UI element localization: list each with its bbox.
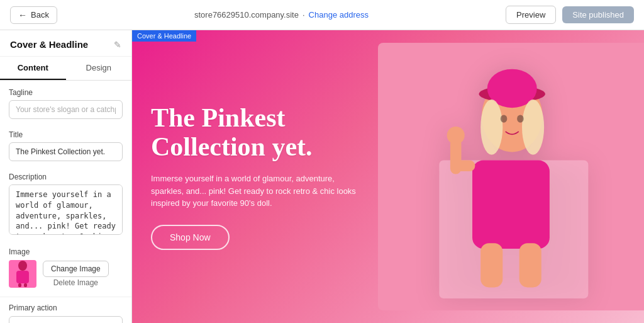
topbar-right: Preview Site published: [506, 6, 634, 24]
preview-person-illustration: [391, 50, 631, 304]
panel-title: Cover & Headline: [10, 39, 88, 50]
svg-point-10: [522, 99, 544, 155]
image-thumbnail: [9, 260, 36, 288]
description-textarea[interactable]: Immerse yourself in a world of glamour, …: [9, 184, 123, 235]
thumbnail-figure-icon: [13, 261, 32, 287]
svg-point-9: [480, 99, 502, 155]
right-preview: Cover & Headline: [132, 30, 644, 323]
image-label: Image: [9, 247, 123, 256]
preview-title: The Pinkest Collection yet.: [151, 103, 366, 161]
image-preview-row: Change Image Delete Image: [9, 260, 123, 288]
preview-description: Immerse yourself in a world of glamour, …: [151, 173, 365, 210]
svg-point-11: [501, 115, 508, 122]
description-section: Description Immerse yourself in a world …: [0, 165, 131, 241]
tagline-label: Tagline: [9, 88, 123, 97]
title-input[interactable]: [9, 142, 123, 161]
tagline-input[interactable]: [9, 100, 123, 119]
image-actions: Change Image Delete Image: [43, 261, 109, 287]
topbar-left: ← Back: [10, 6, 57, 24]
published-button[interactable]: Site published: [562, 6, 634, 23]
svg-rect-1: [16, 271, 29, 283]
title-section: Title: [0, 123, 131, 165]
back-button[interactable]: ← Back: [10, 6, 57, 24]
preview-area: The Pinkest Collection yet. Immerse your…: [132, 30, 644, 323]
title-label: Title: [9, 130, 123, 139]
delete-image-button[interactable]: Delete Image: [43, 278, 109, 287]
left-panel: Cover & Headline ✎ Content Design Taglin…: [0, 30, 132, 323]
store-url: store76629510.company.site: [194, 10, 299, 20]
description-label: Description: [9, 173, 123, 181]
back-label: Back: [31, 10, 49, 20]
main-area: Cover & Headline ✎ Content Design Taglin…: [0, 30, 644, 323]
svg-rect-2: [18, 283, 21, 287]
preview-shop-now-button[interactable]: Shop Now: [151, 225, 230, 250]
tagline-section: Tagline: [0, 81, 131, 123]
tab-content[interactable]: Content: [0, 57, 66, 80]
svg-point-12: [517, 115, 524, 122]
svg-rect-17: [519, 243, 541, 287]
topbar: ← Back store76629510.company.site · Chan…: [0, 0, 644, 30]
image-section: Image Change Image Delete Image: [0, 241, 131, 294]
change-image-button[interactable]: Change Image: [43, 261, 109, 277]
edit-icon[interactable]: ✎: [114, 40, 121, 50]
change-address-link[interactable]: Change address: [309, 10, 369, 20]
svg-rect-5: [472, 160, 550, 248]
preview-content: The Pinkest Collection yet. Immerse your…: [151, 30, 366, 323]
url-separator: ·: [303, 10, 305, 20]
cover-headline-badge: Cover & Headline: [132, 30, 196, 42]
svg-rect-16: [480, 243, 502, 287]
tabs-bar: Content Design: [0, 57, 131, 81]
svg-point-15: [447, 127, 465, 144]
primary-action-row[interactable]: Shop Now ›: [9, 316, 123, 323]
preview-image-box: [378, 43, 644, 310]
svg-rect-3: [24, 283, 27, 287]
panel-header: Cover & Headline ✎: [0, 30, 131, 57]
tab-design[interactable]: Design: [66, 57, 132, 80]
svg-point-0: [18, 261, 27, 271]
topbar-center: store76629510.company.site · Change addr…: [194, 10, 369, 20]
primary-action-section: Primary action Shop Now ›: [0, 297, 131, 323]
preview-button[interactable]: Preview: [506, 6, 556, 24]
primary-action-label: Primary action: [9, 303, 123, 312]
back-arrow-icon: ←: [18, 10, 27, 20]
